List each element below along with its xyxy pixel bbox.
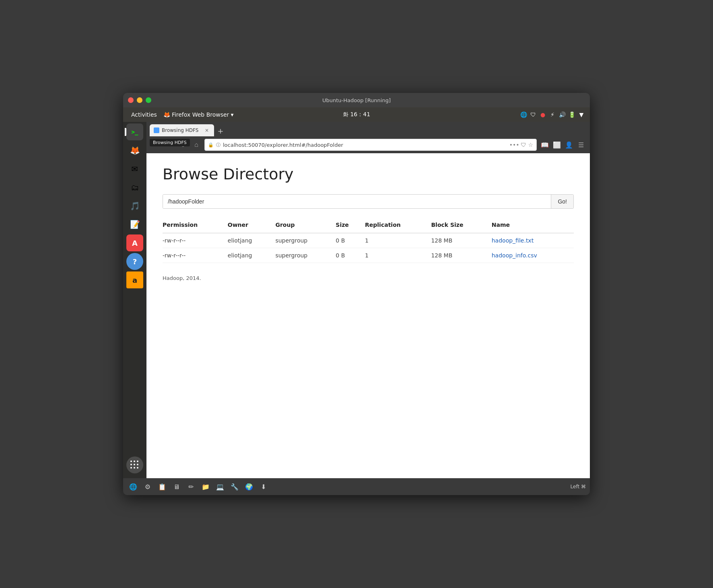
clock: 화 16：41 <box>343 111 370 118</box>
dock-help-icon[interactable]: ? <box>126 253 143 270</box>
close-button[interactable] <box>128 97 134 103</box>
show-apps-button[interactable] <box>126 456 143 473</box>
dock-terminal-icon[interactable]: >_ <box>126 123 143 140</box>
cell-group: supergroup <box>275 233 336 248</box>
col-replication: Replication <box>365 218 431 233</box>
taskbar-icon-9[interactable]: 🌍 <box>243 481 255 493</box>
page-heading: Browse Directory <box>163 165 574 183</box>
tab-label: Browsing HDFS <box>162 127 198 133</box>
tab-favicon <box>154 127 159 133</box>
col-permission: Permission <box>163 218 228 233</box>
table-row: -rw-r--r--eliotjangsupergroup0 B1128 MBh… <box>163 248 574 263</box>
maximize-button[interactable] <box>146 97 151 103</box>
dock-email-icon[interactable]: ✉ <box>126 160 143 177</box>
lock-icon: 🔒 <box>208 142 214 148</box>
vpn-icon[interactable]: 🛡 <box>530 111 537 118</box>
dock-firefox-icon[interactable]: 🦊 <box>126 142 143 159</box>
reader-view-button[interactable]: 📖 <box>539 139 550 150</box>
taskbar: 🌐 ⚙ 📋 🖥 ✏ 📁 💻 🔧 🌍 ⬇ Left ⌘ <box>123 478 590 495</box>
network-wired-icon[interactable]: ⚡ <box>549 111 556 118</box>
menu-button[interactable]: ☰ <box>575 139 587 150</box>
firefox-menu-label: Firefox Web Browser <box>172 111 229 118</box>
tab-close-button[interactable]: × <box>204 127 210 134</box>
title-bar: Ubuntu-Hadoop [Running] <box>123 93 590 107</box>
cell-owner: eliotjang <box>228 248 276 263</box>
taskbar-end-label: Left ⌘ <box>571 484 586 489</box>
chevron-down-icon: ▾ <box>231 111 233 118</box>
cell-group: supergroup <box>275 248 336 263</box>
home-button[interactable]: ⌂ <box>191 139 202 150</box>
activities-button[interactable]: Activities <box>128 111 160 118</box>
cell-replication: 1 <box>365 248 431 263</box>
taskbar-icon-1[interactable]: 🌐 <box>127 481 139 493</box>
directory-table: Permission Owner Group Size Replication … <box>163 218 574 263</box>
page-footer: Hadoop, 2014. <box>163 275 574 281</box>
taskbar-end: Left ⌘ <box>571 484 586 489</box>
col-name: Name <box>492 218 574 233</box>
col-owner: Owner <box>228 218 276 233</box>
main-window: Ubuntu-Hadoop [Running] Activities 🦊 Fir… <box>123 93 590 495</box>
cell-permission: -rw-r--r-- <box>163 233 228 248</box>
shield-icon[interactable]: 🛡 <box>521 142 526 148</box>
cell-size: 0 B <box>336 248 365 263</box>
new-tab-button[interactable]: + <box>215 125 226 136</box>
alert-icon[interactable]: ● <box>539 111 546 118</box>
dock-writer-icon[interactable]: 📝 <box>126 216 143 233</box>
dots-grid-icon <box>130 461 139 469</box>
tab-manager-button[interactable]: ⬜ <box>551 139 563 150</box>
firefox-flame-icon: 🦊 <box>163 111 170 118</box>
taskbar-icon-10[interactable]: ⬇ <box>258 481 270 493</box>
nav-bar: ← → ↻ ⌂ 🔒 ⓘ localhost:50070/explorer.htm… <box>146 136 590 153</box>
cell-replication: 1 <box>365 233 431 248</box>
cell-size: 0 B <box>336 233 365 248</box>
firefox-menu[interactable]: 🦊 Firefox Web Browser ▾ <box>160 111 237 118</box>
taskbar-icon-5[interactable]: ✏ <box>185 481 197 493</box>
dock-music-icon[interactable]: 🎵 <box>126 197 143 214</box>
volume-icon[interactable]: 🔊 <box>558 111 566 118</box>
dock-store-icon[interactable]: A <box>126 234 143 251</box>
account-button[interactable]: 👤 <box>563 139 575 150</box>
window-controls <box>128 97 151 103</box>
nav-right-buttons: 📖 ⬜ 👤 ☰ <box>539 139 587 150</box>
system-menu-icon[interactable]: ▼ <box>578 111 585 118</box>
tab-tooltip: Browsing HDFS <box>150 139 190 146</box>
col-block-size: Block Size <box>431 218 491 233</box>
tabs-bar: Browsing HDFS × Browsing HDFS + <box>146 122 590 136</box>
go-button[interactable]: Go! <box>551 195 573 208</box>
col-size: Size <box>336 218 365 233</box>
window-title: Ubuntu-Hadoop [Running] <box>322 97 391 103</box>
path-bar: Go! <box>163 194 574 209</box>
path-input[interactable] <box>163 195 551 208</box>
firefox-ui: Browsing HDFS × Browsing HDFS + ← → ↻ ⌂ … <box>146 122 590 478</box>
taskbar-icon-7[interactable]: 💻 <box>214 481 226 493</box>
battery-icon[interactable]: 🔋 <box>568 111 575 118</box>
gnome-dock: >_ 🦊 ✉ 🗂 🎵 📝 A ? a <box>123 122 146 478</box>
tab-browsing-hdfs[interactable]: Browsing HDFS × Browsing HDFS <box>150 124 214 136</box>
info-icon: ⓘ <box>216 142 220 148</box>
minimize-button[interactable] <box>137 97 142 103</box>
taskbar-icon-2[interactable]: ⚙ <box>142 481 154 493</box>
taskbar-icon-8[interactable]: 🔧 <box>229 481 241 493</box>
network-icon[interactable]: 🌐 <box>520 111 527 118</box>
cell-block_size: 128 MB <box>431 248 491 263</box>
url-text: localhost:50070/explorer.html#/hadoopFol… <box>223 142 343 148</box>
cell-name[interactable]: hadoop_file.txt <box>492 233 574 248</box>
url-bar[interactable]: 🔒 ⓘ localhost:50070/explorer.html#/hadoo… <box>204 139 537 151</box>
cell-permission: -rw-r--r-- <box>163 248 228 263</box>
browser-content: Browse Directory Go! Permission Owner Gr… <box>146 153 590 478</box>
taskbar-icon-4[interactable]: 🖥 <box>171 481 183 493</box>
systray: 🌐 🛡 ● ⚡ 🔊 🔋 ▼ <box>520 111 585 118</box>
taskbar-icon-6[interactable]: 📁 <box>200 481 212 493</box>
cell-block_size: 128 MB <box>431 233 491 248</box>
bookmark-icon[interactable]: ☆ <box>528 142 533 148</box>
more-icon[interactable]: ••• <box>509 142 519 148</box>
cell-name[interactable]: hadoop_info.csv <box>492 248 574 263</box>
taskbar-icon-3[interactable]: 📋 <box>156 481 168 493</box>
dock-amazon-icon[interactable]: a <box>126 271 143 288</box>
cell-owner: eliotjang <box>228 233 276 248</box>
url-bar-actions: ••• 🛡 ☆ <box>509 142 533 148</box>
gnome-bar: Activities 🦊 Firefox Web Browser ▾ 화 16：… <box>123 107 590 122</box>
firefox-chrome: Browsing HDFS × Browsing HDFS + ← → ↻ ⌂ … <box>146 122 590 153</box>
dock-files-icon[interactable]: 🗂 <box>126 179 143 196</box>
col-group: Group <box>275 218 336 233</box>
